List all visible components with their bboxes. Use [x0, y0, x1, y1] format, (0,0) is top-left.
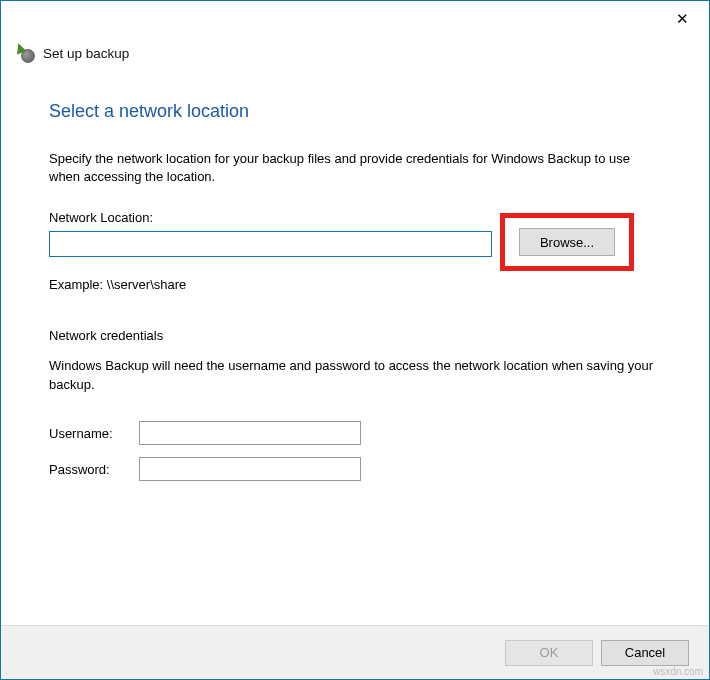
ok-button[interactable]: OK [505, 640, 593, 666]
dialog-footer: OK Cancel [1, 625, 709, 679]
username-input[interactable] [139, 421, 361, 445]
instruction-text: Specify the network location for your ba… [49, 150, 661, 186]
password-label: Password: [49, 462, 139, 477]
close-icon[interactable]: ✕ [668, 6, 697, 32]
network-location-input[interactable] [49, 231, 492, 257]
watermark: wsxdn.com [653, 666, 703, 677]
credentials-instruction: Windows Backup will need the username an… [49, 357, 661, 395]
example-text: Example: \\server\share [49, 277, 661, 292]
username-label: Username: [49, 426, 139, 441]
dialog-content: Select a network location Specify the ne… [1, 73, 709, 481]
page-heading: Select a network location [49, 101, 661, 122]
wizard-title: Set up backup [43, 46, 129, 61]
browse-button[interactable]: Browse... [519, 228, 615, 256]
credentials-heading: Network credentials [49, 328, 661, 343]
browse-highlight-box: Browse... [500, 213, 634, 271]
wizard-header: Set up backup [1, 37, 709, 73]
backup-wizard-icon [15, 43, 35, 63]
username-row: Username: [49, 421, 661, 445]
password-row: Password: [49, 457, 661, 481]
cancel-button[interactable]: Cancel [601, 640, 689, 666]
titlebar: ✕ [1, 1, 709, 37]
network-location-row: Browse... [49, 231, 661, 271]
password-input[interactable] [139, 457, 361, 481]
